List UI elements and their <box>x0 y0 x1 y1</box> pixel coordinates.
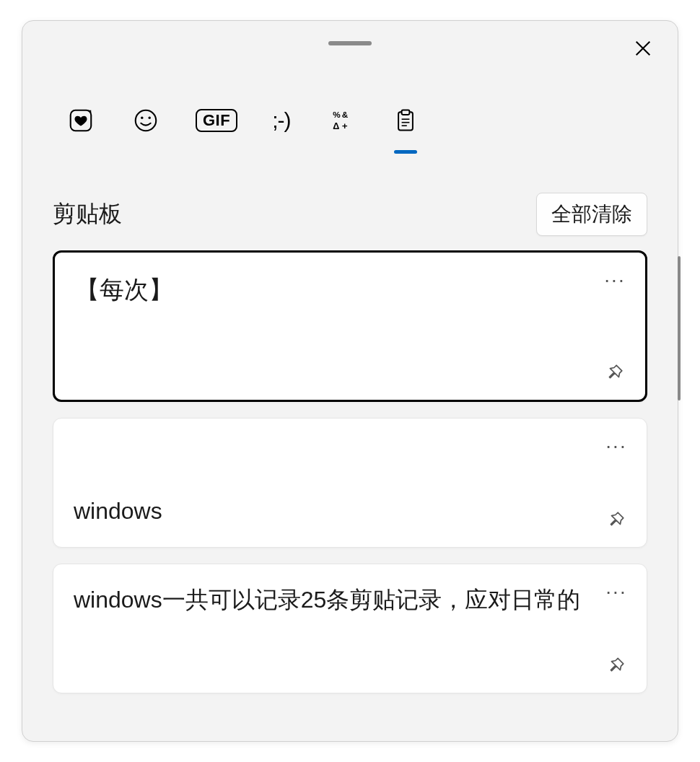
tab-stickers[interactable] <box>66 100 96 141</box>
more-dots-icon: ··· <box>604 268 625 292</box>
clipboard-icon <box>390 105 421 136</box>
tab-symbols[interactable]: % & Δ + <box>325 100 356 141</box>
section-title: 剪贴板 <box>53 198 122 230</box>
gif-icon: GIF <box>196 109 237 132</box>
more-dots-icon: ··· <box>605 580 626 603</box>
item-more-button[interactable]: ··· <box>602 267 628 293</box>
item-pin-button[interactable] <box>602 359 628 385</box>
tab-gif[interactable]: GIF <box>196 100 237 141</box>
clipboard-item-text: windows一共可以记录25条剪贴记录，应对日常的 <box>74 582 626 618</box>
emoji-smile-icon <box>131 105 161 136</box>
item-more-button[interactable]: ··· <box>603 433 629 459</box>
pin-icon <box>607 510 626 529</box>
svg-text:Δ: Δ <box>333 121 339 131</box>
drag-handle[interactable] <box>328 41 372 45</box>
section-header: 剪贴板 全部清除 <box>22 193 678 236</box>
clipboard-item[interactable]: windows一共可以记录25条剪贴记录，应对日常的 ··· <box>53 564 647 693</box>
svg-text:%: % <box>333 110 341 119</box>
svg-point-2 <box>141 116 143 118</box>
tab-kaomoji[interactable]: ;-) <box>272 100 290 141</box>
item-more-button[interactable]: ··· <box>603 579 629 605</box>
close-button[interactable] <box>629 34 657 63</box>
emoji-clipboard-panel: GIF ;-) % & Δ + <box>22 20 678 742</box>
kaomoji-icon: ;-) <box>272 108 290 133</box>
pin-icon <box>605 363 624 382</box>
svg-point-3 <box>149 116 151 118</box>
item-pin-button[interactable] <box>603 507 629 533</box>
svg-text:+: + <box>341 121 347 131</box>
clipboard-item-text: 【每次】 <box>75 270 625 309</box>
symbols-icon: % & Δ + <box>325 105 356 136</box>
more-dots-icon: ··· <box>605 434 626 457</box>
clear-all-button[interactable]: 全部清除 <box>536 193 647 236</box>
clipboard-item[interactable]: windows ··· <box>53 418 647 548</box>
svg-text:&: & <box>341 110 348 119</box>
tab-clipboard[interactable] <box>390 100 421 141</box>
clipboard-item-text: windows <box>74 493 198 530</box>
scrollbar[interactable] <box>678 256 681 400</box>
clipboard-item[interactable]: 【每次】 ··· <box>53 250 647 402</box>
tab-emoji[interactable] <box>131 100 161 141</box>
category-tabs: GIF ;-) % & Δ + <box>22 100 678 141</box>
close-icon <box>633 38 653 58</box>
svg-rect-9 <box>401 110 409 115</box>
pin-icon <box>607 656 626 675</box>
clipboard-items: 【每次】 ··· windows ··· windows <box>22 250 678 693</box>
item-pin-button[interactable] <box>603 652 629 678</box>
svg-point-1 <box>136 110 157 131</box>
sticker-heart-icon <box>66 105 96 136</box>
